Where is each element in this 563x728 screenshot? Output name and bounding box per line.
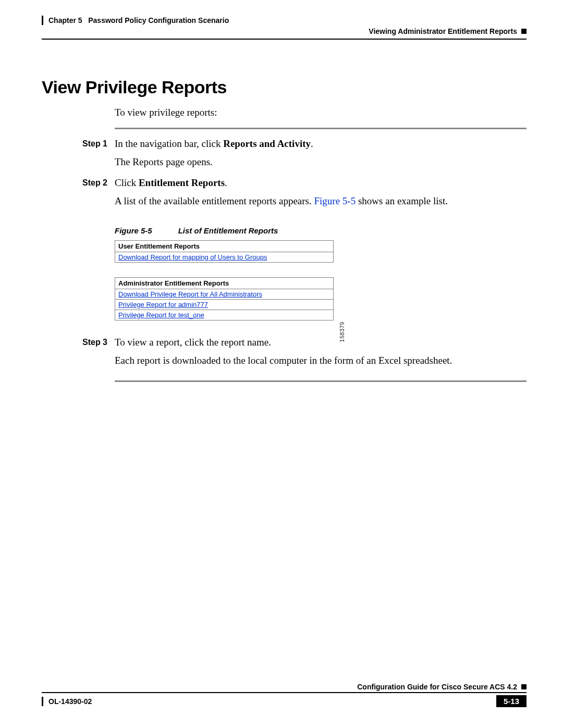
- figure-title: List of Entitlement Reports: [178, 226, 278, 235]
- step-body: Click Entitlement Reports. A list of the…: [115, 176, 527, 212]
- step-label: Step 3: [42, 335, 115, 371]
- step-row: Step 1 In the navigation bar, click Repo…: [42, 137, 527, 172]
- header-left: Chapter 5 Password Policy Configuration …: [42, 16, 527, 25]
- table-row: Privilege Report for test_one: [115, 310, 334, 320]
- step3-line2: Each report is downloaded to the local c…: [115, 353, 527, 368]
- chapter-label: Chapter 5: [48, 16, 82, 24]
- header-right: Viewing Administrator Entitlement Report…: [369, 27, 527, 35]
- step-row: Step 2 Click Entitlement Reports. A list…: [42, 176, 527, 212]
- step-label: Step 2: [42, 176, 115, 212]
- footer-square-icon: [521, 684, 527, 689]
- header-tick-icon: [42, 16, 43, 25]
- step2-line2-post: shows an example list.: [356, 195, 448, 206]
- figure-number: Figure 5-5: [115, 226, 152, 235]
- figure-caption: Figure 5-5List of Entitlement Reports: [115, 226, 527, 235]
- page-title: View Privilege Reports: [42, 77, 527, 97]
- step2-text-post: .: [225, 177, 227, 188]
- footer-rule: [42, 692, 527, 693]
- step-body: To view a report, click the report name.…: [115, 335, 527, 371]
- footer-tick-icon: [42, 697, 43, 706]
- user-reports-header: User Entitlement Reports: [115, 241, 334, 252]
- table-row: Privilege Report for admin777: [115, 300, 334, 310]
- report-link[interactable]: Privilege Report for test_one: [118, 311, 204, 319]
- step1-text-post: .: [311, 138, 313, 149]
- figure-image-id: 158379: [339, 322, 345, 342]
- intro-text: To view privilege reports:: [115, 107, 527, 118]
- steps-end-rule: [115, 380, 527, 382]
- figure-table-admin-reports: Administrator Entitlement Reports Downlo…: [115, 277, 334, 320]
- step2-line2-pre: A list of the available entitlement repo…: [115, 195, 314, 206]
- step-body: In the navigation bar, click Reports and…: [115, 137, 527, 172]
- report-link[interactable]: Download Privilege Report for All Admini…: [118, 290, 262, 298]
- admin-reports-header: Administrator Entitlement Reports: [115, 278, 334, 289]
- footer-guide-title: Configuration Guide for Cisco Secure ACS…: [357, 683, 517, 691]
- footer-doc-id: OL-14390-02: [48, 697, 92, 706]
- step2-text-bold: Entitlement Reports: [139, 177, 225, 188]
- report-link[interactable]: Download Report for mapping of Users to …: [118, 253, 267, 261]
- step1-text-pre: In the navigation bar, click: [115, 138, 223, 149]
- table-row: Download Report for mapping of Users to …: [115, 252, 334, 263]
- header-square-icon: [521, 29, 527, 34]
- step3-line1: To view a report, click the report name.: [115, 335, 527, 350]
- figure-table-user-reports: User Entitlement Reports Download Report…: [115, 240, 334, 263]
- footer-bottom: OL-14390-02 5-13: [42, 695, 527, 707]
- report-link[interactable]: Privilege Report for admin777: [118, 301, 208, 309]
- step2-text-pre: Click: [115, 177, 139, 188]
- table-row: Download Privilege Report for All Admini…: [115, 289, 334, 300]
- section-right: Viewing Administrator Entitlement Report…: [369, 27, 517, 35]
- page-number-badge: 5-13: [496, 695, 527, 707]
- step1-text-bold: Reports and Activity: [223, 138, 311, 149]
- steps-start-rule: [115, 128, 527, 129]
- figure-crossref-link[interactable]: Figure 5-5: [314, 195, 356, 206]
- chapter-title: Password Policy Configuration Scenario: [88, 16, 229, 24]
- step1-line2: The Reports page opens.: [115, 155, 527, 170]
- page: Chapter 5 Password Policy Configuration …: [0, 0, 563, 728]
- step-row: Step 3 To view a report, click the repor…: [42, 335, 527, 371]
- footer-top: Configuration Guide for Cisco Secure ACS…: [42, 683, 527, 691]
- footer-left: OL-14390-02: [42, 697, 92, 706]
- page-footer: Configuration Guide for Cisco Secure ACS…: [42, 683, 527, 707]
- header-rule: [42, 39, 527, 40]
- page-header: Chapter 5 Password Policy Configuration …: [42, 16, 527, 41]
- step-label: Step 1: [42, 137, 115, 172]
